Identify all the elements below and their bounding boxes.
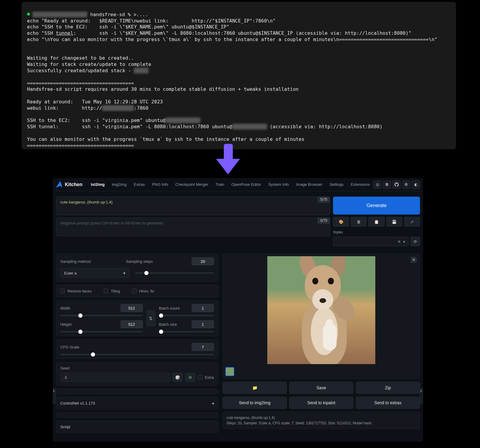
header-icons: ◎ B ⚙ ◐ [373,180,420,189]
redacted-text: xxxxxxxxxxxxxxxxxxx [32,12,87,17]
tabs: txt2img img2img Extras PNG Info Checkpoi… [88,180,373,188]
target-icon[interactable]: ◎ [373,180,382,189]
tab-settings[interactable]: Settings [326,180,346,188]
terminal-line: echo "Ready at around: $READY_TIME\nwebu… [27,18,275,24]
chevron-down-icon: ▾ [123,271,125,275]
gear-icon[interactable]: ⚙ [402,180,410,189]
tab-systeminfo[interactable]: System Info [265,180,292,188]
close-preview-button[interactable]: ✕ [411,257,417,263]
tiling-checkbox[interactable] [104,289,108,293]
prompt-counter: 5/75 [318,197,330,203]
script-panel[interactable]: Script [56,421,218,433]
batch-count-slider[interactable] [159,315,214,316]
hires-fix-label: Hires. fix [139,289,154,293]
batch-size-label: Batch size [159,322,186,327]
terminal-line: Waiting for stack create/update to compl… [27,61,151,67]
cfg-label: CFG Scale [60,345,186,349]
width-value[interactable]: 512 [121,304,143,312]
tab-pnginfo[interactable]: PNG Info [149,180,171,188]
info-prompt: cute kangaroo, (thumb up:1.4) [226,415,416,420]
seed-input[interactable]: -1 [60,373,170,382]
terminal-line: echo "\nYou can also monitor with the pr… [27,37,437,42]
quick-clipboard-button[interactable]: 📋 [368,217,384,227]
terminal-line: Ready at around: Tue May 16 12:29:28 UTC… [27,99,163,105]
down-arrow-icon [216,144,240,179]
height-slider[interactable] [60,331,143,332]
quick-paint-button[interactable]: 🎨 [333,217,349,227]
height-value[interactable]: 512 [121,320,143,328]
seed-random-button[interactable]: 🎲 [172,373,183,382]
tab-img2img[interactable]: img2img [109,180,130,188]
extra-label: Extra [205,375,214,380]
terminal-prompt-tail: >.... [134,12,148,17]
brand-name: Kitchen [65,182,82,187]
info-params: Steps: 20, Sampler: Euler a, CFG scale: … [226,420,416,426]
open-folder-button[interactable]: 📁 [223,382,287,394]
batch-count-value[interactable]: 1 [192,304,214,312]
tab-extensions[interactable]: Extensions [348,180,373,188]
save-button[interactable]: Save [289,382,353,394]
theme-icon[interactable]: ◐ [412,180,420,189]
extra-checkbox[interactable] [198,375,202,380]
terminal-line: ===================================== [27,143,134,148]
output-column: ✕ 📁 Save Zip [223,254,420,433]
batch-size-slider[interactable] [159,331,214,332]
stable-diffusion-webui: ‹ › Kitchen txt2img img2img Extras PNG I… [53,178,423,442]
restore-faces-label: Restore faces [68,289,92,293]
quick-trash-button[interactable]: 🗑 [351,217,367,227]
folder-icon: 📁 [252,385,257,390]
send-inpaint-button[interactable]: Send to inpaint [289,397,353,409]
tab-image-browser[interactable]: Image Browser [293,180,325,188]
left-panel-handle[interactable]: ‹ [53,388,56,404]
negative-prompt-input[interactable]: Negative prompt (press Ctrl+Enter or Alt… [56,218,330,236]
sampling-method-select[interactable]: Euler a▾ [60,268,129,278]
sampling-steps-value[interactable]: 20 [192,257,214,265]
height-label: Height [60,322,115,327]
seed-recycle-button[interactable]: ♻ [185,373,195,382]
chevron-down-icon: ▾ [403,239,405,244]
hires-fix-checkbox[interactable] [132,289,137,293]
styles-select[interactable]: ✕▾ [333,237,409,246]
width-slider[interactable] [60,315,143,316]
bold-icon[interactable]: B [383,180,391,189]
github-icon[interactable] [392,180,401,189]
cfg-slider[interactable] [60,354,214,355]
script-label: Script [60,425,70,429]
quick-save-button[interactable]: 💾 [386,217,402,227]
image-preview-panel: ✕ [223,254,420,379]
swap-dimensions-button[interactable]: ⇅ [146,310,155,326]
tab-openpose[interactable]: OpenPose Editor [228,180,264,188]
controlnet-panel[interactable]: ControlNet v1.1.173 ◂ [56,397,218,409]
styles-refresh-button[interactable]: ⟳ [410,237,420,246]
tiling-label: Tiling [111,289,120,293]
batch-size-value[interactable]: 1 [192,320,214,328]
kitchen-logo-icon [56,181,62,188]
sampling-method-label: Sampling method [60,259,121,264]
cfg-value[interactable]: 7 [192,343,214,351]
thumbnail[interactable] [225,367,234,376]
generation-info: cute kangaroo, (thumb up:1.4) Steps: 20,… [223,412,420,429]
controlnet-label: ControlNet v1.1.173 [60,401,95,405]
prompt-input[interactable]: cute kangaroo, (thumb up:1.4) 5/75 [56,197,330,215]
tab-txt2img[interactable]: txt2img [88,180,108,188]
generated-image[interactable] [267,256,375,364]
generate-button[interactable]: Generate [333,197,420,215]
tab-extras[interactable]: Extras [131,180,148,188]
send-extras-button[interactable]: Send to extras [356,397,420,409]
sampling-steps-label: Sampling steps [126,259,186,264]
redacted-text: xxxxxxxxxxxx [166,117,200,123]
close-icon[interactable]: ✕ [398,239,401,244]
header: Kitchen txt2img img2img Extras PNG Info … [53,178,423,191]
tab-train[interactable]: Train [212,180,227,188]
restore-faces-checkbox[interactable] [60,289,65,293]
terminal-line: echo "SSH to the EC2: ssh -i \"$KEY_NAME… [27,24,229,30]
redacted-text: xxxxxxxxxxxx [232,124,267,129]
terminal-line: :7860 [134,105,148,111]
send-img2img-button[interactable]: Send to img2img [223,397,287,409]
tab-checkpoint-merger[interactable]: Checkpoint Merger [172,180,211,188]
right-panel-handle[interactable]: › [420,388,423,404]
zip-button[interactable]: Zip [356,382,420,394]
sampling-steps-slider[interactable] [135,272,214,274]
quick-expand-button[interactable]: ⤢ [404,217,420,227]
caret-left-icon: ◂ [212,401,214,405]
